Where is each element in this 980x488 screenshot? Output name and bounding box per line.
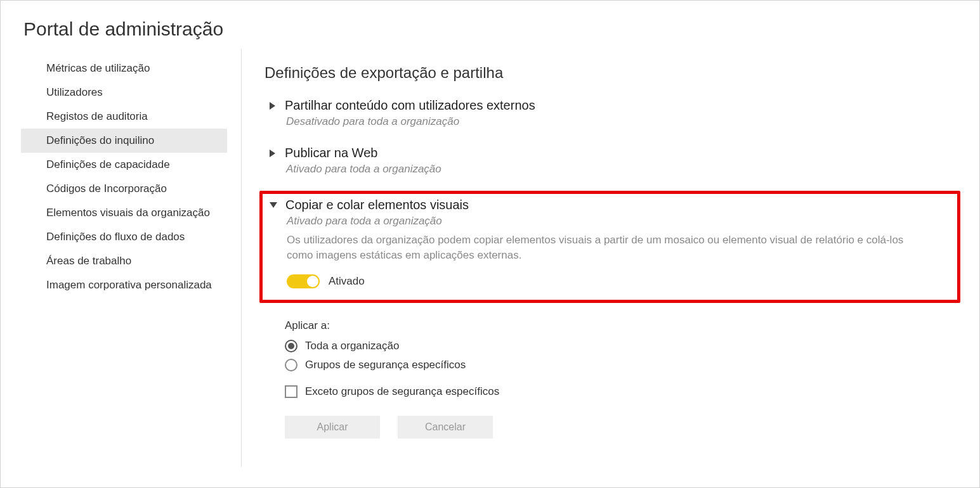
setting-title: Copiar e colar elementos visuais (285, 198, 469, 212)
action-buttons: Aplicar Cancelar (285, 416, 960, 439)
setting-share-external: Partilhar conteúdo com utilizadores exte… (265, 96, 960, 132)
setting-status: Ativado para toda a organização (286, 163, 957, 176)
setting-title: Publicar na Web (285, 146, 377, 160)
setting-status: Desativado para toda a organização (286, 115, 957, 128)
svg-marker-0 (270, 102, 275, 110)
setting-publish-web: Publicar na Web Ativado para toda a orga… (265, 143, 960, 179)
setting-title: Partilhar conteúdo com utilizadores exte… (285, 98, 535, 113)
radio-label: Toda a organização (305, 340, 399, 352)
svg-marker-2 (270, 202, 277, 208)
radio-entire-org[interactable]: Toda a organização (285, 340, 960, 352)
sidebar-item-audit-logs[interactable]: Registos de auditoria (21, 105, 227, 129)
sidebar-item-users[interactable]: Utilizadores (21, 80, 227, 105)
sidebar-item-org-visuals[interactable]: Elementos visuais da organização (21, 201, 227, 225)
setting-copy-paste-visuals: Copiar e colar elementos visuais Ativado… (259, 191, 960, 303)
cancel-button[interactable]: Cancelar (398, 416, 493, 439)
apply-to-heading: Aplicar a: (285, 319, 960, 332)
apply-button[interactable]: Aplicar (285, 416, 380, 439)
radio-icon (285, 340, 297, 352)
sidebar: Métricas de utilização Utilizadores Regi… (1, 49, 242, 467)
checkbox-icon (285, 385, 297, 398)
radio-icon (285, 359, 297, 371)
setting-header[interactable]: Publicar na Web (268, 146, 957, 160)
enabled-toggle[interactable] (287, 274, 320, 288)
svg-marker-1 (270, 150, 275, 157)
radio-specific-groups[interactable]: Grupos de segurança específicos (285, 359, 960, 371)
checkbox-label: Exceto grupos de segurança específicos (305, 385, 499, 398)
checkbox-except-groups[interactable]: Exceto grupos de segurança específicos (285, 385, 960, 398)
toggle-knob (307, 276, 318, 287)
sidebar-item-embed-codes[interactable]: Códigos de Incorporação (21, 177, 227, 201)
sidebar-item-usage-metrics[interactable]: Métricas de utilização (21, 56, 227, 80)
sidebar-item-custom-branding[interactable]: Imagem corporativa personalizada (21, 273, 227, 297)
setting-header[interactable]: Copiar e colar elementos visuais (269, 198, 951, 212)
sidebar-item-capacity-settings[interactable]: Definições de capacidade (21, 153, 227, 177)
section-heading: Definições de exportação e partilha (265, 64, 960, 82)
setting-description: Os utilizadores da organização podem cop… (287, 233, 927, 263)
caret-right-icon (268, 101, 277, 110)
sidebar-item-tenant-settings[interactable]: Definições do inquilino (21, 129, 227, 153)
setting-status: Ativado para toda a organização (287, 215, 951, 228)
apply-to-block: Aplicar a: Toda a organização Grupos de … (285, 319, 960, 398)
page-title: Portal de administração (1, 1, 979, 49)
content-pane: Definições de exportação e partilha Part… (242, 49, 979, 451)
caret-right-icon (268, 149, 277, 158)
setting-header[interactable]: Partilhar conteúdo com utilizadores exte… (268, 98, 957, 113)
radio-label: Grupos de segurança específicos (305, 359, 466, 371)
sidebar-item-dataflow-settings[interactable]: Definições do fluxo de dados (21, 225, 227, 249)
sidebar-item-workspaces[interactable]: Áreas de trabalho (21, 249, 227, 273)
toggle-label: Ativado (329, 275, 365, 288)
caret-down-icon (269, 201, 278, 210)
